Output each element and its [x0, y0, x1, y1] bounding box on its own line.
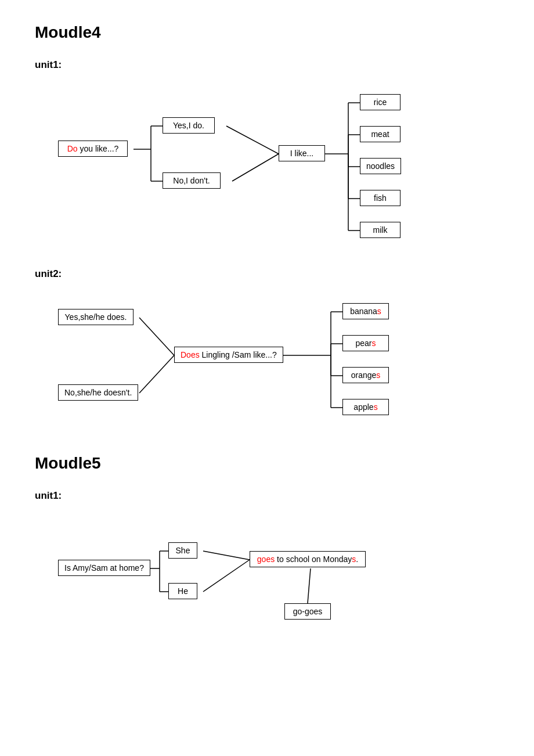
m4u1-noodles-text: noodles [366, 161, 395, 171]
m4u1-fish-text: fish [374, 193, 387, 203]
m5u1-gogoes-box: go-goes [284, 603, 331, 620]
m5u1-question-text: Is Amy/Sam at home? [64, 563, 144, 573]
m4u2-yes-text: Yes,she/he does. [65, 312, 127, 322]
moudle5-unit1-label: unit1: [35, 490, 499, 502]
m4u2-oranges-s: s [376, 370, 380, 380]
moudle5-unit1-diagram: Is Amy/Sam at home? She He goes to schoo… [35, 513, 499, 641]
moudle5-title: Moudle5 [35, 454, 499, 473]
svg-line-19 [139, 355, 174, 393]
m4u1-milk-box: milk [360, 222, 400, 238]
m4u2-bananas-s: s [377, 307, 381, 316]
m4u1-ilike-text: I like... [290, 149, 313, 158]
m5u1-she-text: She [176, 546, 190, 555]
m4u1-no-box: No,I don't. [163, 172, 221, 189]
moudle4-unit1-label: unit1: [35, 59, 499, 71]
m5u1-goes-text: goes [257, 555, 275, 564]
m4u2-apples-prefix: apple [353, 402, 373, 412]
m4u2-pears-box: pears [342, 335, 389, 351]
moudle4-unit2-section: unit2: Yes,she/he does. Does Lingling /S… [35, 268, 499, 425]
m4u1-yes-text: Yes,I do. [173, 121, 204, 130]
m5u1-sentence-dot: . [356, 555, 358, 564]
moudle5-unit1-section: unit1: Is Amy/Sam at home? She He goes t… [35, 490, 499, 641]
moudle4-unit1-section: unit1: Do you like...? Yes,I do. No,I do… [35, 59, 499, 245]
m4u1-question-rest: you like...? [78, 144, 119, 153]
m4u1-do-text: Do [67, 144, 78, 153]
svg-line-6 [232, 154, 279, 181]
m5u1-gogoes-text: go-goes [293, 607, 323, 616]
m5u1-he-text: He [178, 586, 188, 596]
m4u2-bananas-prefix: banana [350, 307, 377, 316]
m4u2-pears-prefix: pear [355, 339, 371, 348]
m4u2-no-box: No,she/he doesn't. [58, 384, 138, 401]
m4u1-no-text: No,I don't. [173, 176, 210, 185]
m4u1-fish-box: fish [360, 190, 400, 206]
m5u1-she-box: She [168, 542, 197, 559]
m4u2-pears-s: s [372, 339, 376, 348]
m4u1-milk-text: milk [373, 225, 388, 235]
svg-line-5 [226, 126, 279, 154]
moudle4-unit2-diagram: Yes,she/he does. Does Lingling /Sam like… [35, 291, 499, 425]
moudle5-section: Moudle5 unit1: Is Amy/Sam at home? She H… [35, 454, 499, 641]
m4u1-ilike-box: I like... [279, 145, 325, 161]
m4u1-noodles-box: noodles [360, 158, 401, 174]
svg-line-18 [139, 318, 174, 355]
m4u2-yes-box: Yes,she/he does. [58, 309, 134, 325]
m4u2-no-text: No,she/he doesn't. [64, 388, 132, 397]
moudle4-title: Moudle4 [35, 23, 499, 42]
m4u2-does-rest: Lingling /Sam like...? [200, 350, 277, 359]
m4u1-yes-box: Yes,I do. [163, 117, 215, 134]
m5u1-question-box: Is Amy/Sam at home? [58, 560, 150, 576]
m4u2-does-red: Does [181, 350, 200, 359]
m4u2-bananas-box: bananas [342, 303, 389, 319]
m4u2-apples-box: apples [342, 399, 389, 415]
m4u2-does-box: Does Lingling /Sam like...? [174, 347, 283, 363]
moudle4-unit2-label: unit2: [35, 268, 499, 280]
m4u1-question-box: Do you like...? [58, 141, 128, 157]
moudle4-section: Moudle4 unit1: Do you like...? Yes,I do.… [35, 23, 499, 425]
m5u1-mondays-s: s [352, 555, 356, 564]
m4u2-apples-s: s [374, 402, 378, 412]
svg-line-35 [203, 560, 250, 592]
m4u1-rice-box: rice [360, 94, 400, 110]
m5u1-he-box: He [168, 583, 197, 599]
moudle4-unit1-diagram: Do you like...? Yes,I do. No,I don't. I … [35, 82, 499, 245]
m5u1-sentence-rest: to school on Monday [275, 555, 352, 564]
m4u1-meat-box: meat [360, 126, 400, 142]
svg-line-36 [308, 568, 311, 603]
m4u1-meat-text: meat [371, 129, 389, 139]
m4u2-oranges-prefix: orange [351, 370, 377, 380]
svg-line-34 [203, 551, 250, 560]
m4u2-oranges-box: oranges [342, 367, 389, 383]
m4u1-rice-text: rice [374, 98, 387, 107]
m5u1-sentence-box: goes to school on Mondays. [250, 551, 366, 567]
